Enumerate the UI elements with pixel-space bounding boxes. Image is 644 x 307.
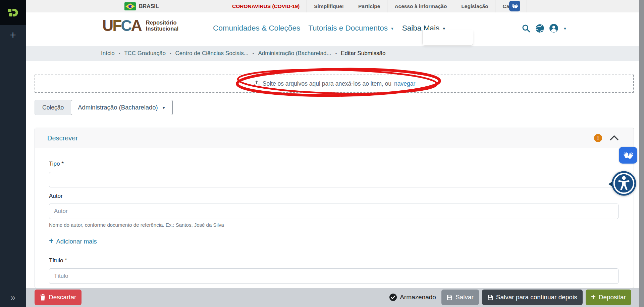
breadcrumb-administracao[interactable]: Administração (Bacharelad...	[258, 50, 331, 57]
gov-link-participe[interactable]: Participe	[351, 0, 387, 12]
titulo-input[interactable]	[49, 268, 619, 284]
autor-label: Autor	[49, 193, 63, 200]
dspace-logo-icon	[7, 7, 19, 18]
check-circle-icon	[389, 293, 397, 301]
dropzone-text: Solte os arquivos aqui para anexá-los ao…	[263, 80, 391, 87]
breadcrumb-current-editar-submissao: Editar Submissão	[341, 50, 385, 57]
gov-link-coronavirus[interactable]: CORONAVÍRUS (COVID-19)	[225, 0, 307, 12]
edit-submission-page: + » BRASIL CORONAVÍRUS (COVID-19) Simpli…	[0, 0, 644, 307]
admin-sidebar: + »	[0, 0, 26, 307]
vlibras-side-button[interactable]	[619, 147, 637, 164]
autor-hint: Nome do autor, conforme documento de ref…	[49, 222, 224, 228]
plus-icon: +	[591, 292, 596, 302]
accessibility-button[interactable]	[611, 171, 637, 196]
accessibility-person-icon	[611, 171, 637, 196]
gov-top-bar: BRASIL CORONAVÍRUS (COVID-19) Simplifiqu…	[26, 0, 639, 12]
vertical-scrollbar[interactable]	[639, 0, 644, 307]
sidebar-expand-button[interactable]: »	[0, 293, 26, 303]
header-icons: ▼	[522, 12, 567, 44]
tipo-input[interactable]	[49, 172, 619, 187]
breadcrumb-centro-ciencias[interactable]: Centro de Ciências Sociais...	[175, 50, 249, 57]
save-icon	[487, 295, 493, 300]
describe-section-title[interactable]: Descrever	[47, 128, 78, 148]
chevron-down-icon: ▼	[162, 106, 166, 110]
breadcrumb-separator: •	[253, 51, 254, 56]
describe-section-header[interactable]: Descrever !	[35, 128, 634, 148]
gov-link-acesso-informacao[interactable]: Acesso à informação	[387, 0, 454, 12]
gov-brand[interactable]: BRASIL	[124, 0, 159, 12]
ufca-logo-acronym: UFCA	[102, 18, 141, 33]
gov-link-legislacao[interactable]: Legislação	[454, 0, 495, 12]
chevron-down-icon[interactable]: ▼	[563, 27, 567, 31]
brazil-flag-icon	[124, 2, 136, 10]
ufca-repository-logo[interactable]: UFCA Repositório Institucional	[102, 18, 178, 33]
sidebar-new-button[interactable]: +	[0, 29, 26, 41]
describe-section-card: Descrever ! Tipo * Autor Nome do autor, …	[35, 128, 634, 288]
footer-actions: Armazenado Salvar Salvar para continuar …	[389, 290, 631, 305]
libras-hands-icon	[622, 149, 635, 161]
autor-input[interactable]	[49, 204, 619, 219]
chevron-down-icon: ▼	[390, 27, 394, 31]
libras-hands-icon	[511, 2, 519, 10]
save-for-later-button[interactable]: Salvar para continuar depois	[482, 290, 583, 305]
tipo-label: Tipo *	[49, 161, 64, 167]
saiba-mais-dropdown-panel	[422, 30, 473, 46]
deposit-button[interactable]: + Depositar	[586, 290, 631, 305]
saved-status: Armazenado	[389, 293, 436, 301]
breadcrumb: Início • TCC Graduação • Centro de Ciênc…	[26, 46, 639, 61]
main-navigation: Comunidades & Coleções Tutoriais e Docum…	[213, 12, 446, 44]
gov-link-simplifique[interactable]: Simplifique!	[307, 0, 351, 12]
breadcrumb-separator: •	[170, 51, 171, 56]
upload-icon	[253, 80, 260, 87]
save-icon	[447, 295, 452, 300]
breadcrumb-inicio[interactable]: Início	[101, 50, 115, 57]
discard-button[interactable]: Descartar	[35, 290, 82, 305]
gov-links: CORONAVÍRUS (COVID-19) Simplifique! Part…	[225, 0, 527, 12]
language-globe-icon[interactable]	[535, 24, 544, 33]
site-header: UFCA Repositório Institucional Comunidad…	[26, 12, 639, 44]
user-account-icon[interactable]	[549, 24, 558, 33]
dropzone-browse-link[interactable]: navegar	[394, 80, 415, 87]
nav-tutoriais-documentos[interactable]: Tutoriais e Documentos▼	[308, 24, 394, 33]
vlibras-topbar-button[interactable]	[509, 1, 520, 11]
ufca-logo-subtitle: Repositório Institucional	[146, 19, 178, 32]
plus-icon: +	[49, 236, 53, 246]
gov-country-label: BRASIL	[139, 3, 159, 9]
dspace-logo[interactable]	[0, 0, 26, 25]
file-dropzone[interactable]: Solte os arquivos aqui para anexá-los ao…	[35, 75, 634, 93]
collection-label: Coleção	[35, 100, 71, 115]
search-icon[interactable]	[522, 24, 531, 33]
nav-comunidades-colecoes[interactable]: Comunidades & Coleções	[213, 24, 300, 33]
breadcrumb-separator: •	[335, 51, 337, 56]
chevron-up-icon[interactable]	[610, 135, 619, 142]
warning-icon: !	[594, 134, 602, 142]
collection-dropdown-button[interactable]: Administração (Bacharelado) ▼	[71, 100, 172, 115]
breadcrumb-separator: •	[119, 51, 120, 56]
breadcrumb-tcc-graduacao[interactable]: TCC Graduação	[124, 50, 166, 57]
save-button[interactable]: Salvar	[441, 290, 479, 305]
submission-footer-bar: Descartar Armazenado Salvar Salva	[26, 288, 639, 307]
add-more-button[interactable]: + Adicionar mais	[49, 237, 97, 246]
titulo-label: Título *	[49, 257, 67, 264]
collection-group: Coleção Administração (Bacharelado) ▼	[35, 100, 173, 115]
trash-icon	[40, 294, 46, 301]
